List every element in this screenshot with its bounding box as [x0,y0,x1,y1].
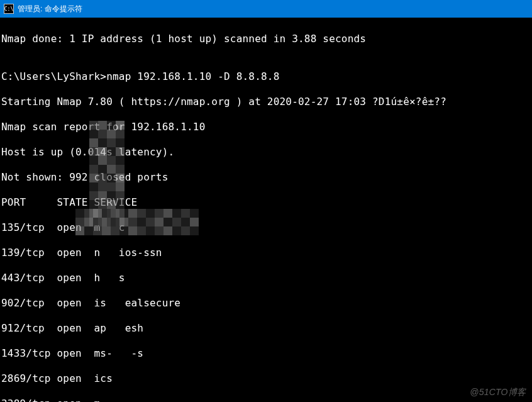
output-line: Not shown: 992 closed ports [1,171,531,184]
table-row: 1433/tcp open ms- -s [1,347,531,360]
table-row: 912/tcp open ap esh [1,322,531,335]
output-line: Nmap done: 1 IP address (1 host up) scan… [1,33,531,45]
table-row: 443/tcp open h s [1,272,531,284]
titlebar[interactable]: C:\ 管理员: 命令提示符 [0,0,532,18]
watermark: @51CTO博客 [470,386,526,398]
table-row: 3389/tcp open m [1,398,531,402]
cmd-icon: C:\ [4,4,14,14]
table-row: 902/tcp open is ealsecure [1,297,531,310]
prompt-line: C:\Users\LyShark>nmap 192.168.1.10 -D 8.… [1,70,531,83]
output-line: Starting Nmap 7.80 ( https://nmap.org ) … [1,96,531,108]
output-line: Nmap scan report for 192.168.1.10 [1,121,531,133]
window-title: 管理员: 命令提示符 [18,4,82,14]
redaction-overlay [75,209,199,235]
table-header: PORT STATE SERVICE [1,196,531,209]
table-row: 139/tcp open n ios-ssn [1,247,531,259]
terminal-body[interactable]: Nmap done: 1 IP address (1 host up) scan… [0,18,532,402]
redaction-overlay [89,121,125,221]
output-line: Host is up (0.014s latency). [1,146,531,159]
table-row: 2869/tcp open ics [1,372,531,385]
